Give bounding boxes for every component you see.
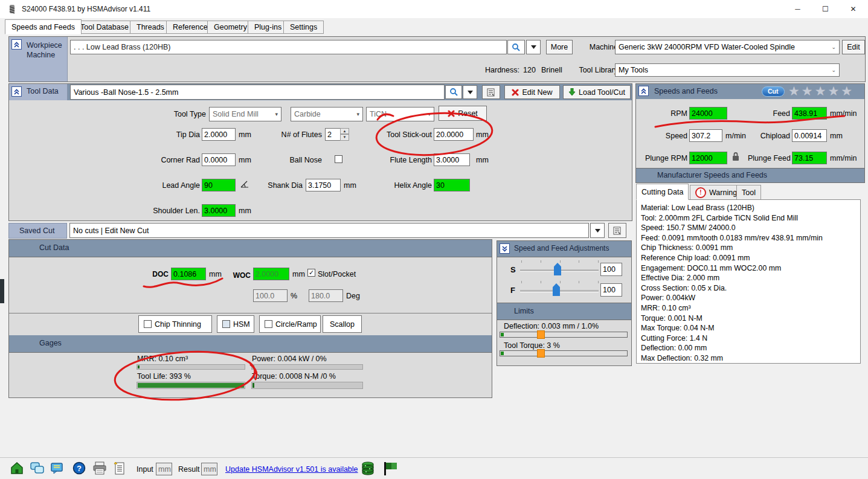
maximize-button[interactable]: ☐ [812, 0, 839, 18]
doc-input[interactable]: 0.1086 [171, 268, 206, 280]
arc-deg-input[interactable]: 180.0 [309, 289, 343, 302]
material-combo[interactable]: . . . Low Lead Brass (120HB) [70, 40, 507, 54]
flutes-spin-up[interactable]: ▲ [340, 128, 349, 134]
material-dropdown-button[interactable] [526, 40, 541, 54]
collapse-tool-data-button[interactable] [11, 86, 22, 97]
f-value-input[interactable]: 100 [600, 283, 622, 297]
home-icon[interactable] [10, 461, 24, 475]
tool-search-button[interactable] [445, 85, 462, 99]
cut-badge[interactable]: Cut [762, 86, 785, 97]
tab-settings[interactable]: Settings [283, 21, 324, 34]
hsm-checkbox[interactable] [222, 320, 230, 328]
star-icon[interactable]: ★ [802, 85, 813, 97]
lock-icon[interactable] [731, 152, 740, 161]
database-icon[interactable] [361, 461, 375, 476]
minimize-button[interactable]: ─ [784, 0, 811, 18]
tab-speeds-and-feeds[interactable]: Speeds and Feeds [5, 19, 82, 34]
collapse-workpiece-button[interactable] [11, 39, 22, 50]
collapse-adjustments-button[interactable] [500, 243, 510, 254]
saved-cut-dropdown-button[interactable] [590, 223, 605, 238]
collapse-speeds-button[interactable] [638, 86, 649, 96]
circle-ramp-button[interactable]: Circle/Ramp [259, 315, 321, 333]
woc-percent-input[interactable]: 100.0 [253, 289, 288, 302]
tool-torque-slider-track[interactable] [500, 350, 628, 356]
tab-tool-database[interactable]: Tool Database [74, 21, 135, 34]
tool-torque-slider-thumb[interactable] [537, 349, 545, 358]
material-search-button[interactable] [507, 40, 525, 54]
rpm-input[interactable]: 24000 [689, 107, 727, 120]
new-report-icon[interactable] [114, 461, 126, 475]
feedback-note-icon[interactable] [51, 461, 64, 475]
tool-material-combo[interactable]: Carbide▾ [291, 107, 363, 121]
close-button[interactable]: ✕ [840, 0, 867, 18]
flag-icon[interactable] [383, 461, 399, 476]
scallop-button[interactable]: Scallop [323, 315, 362, 333]
tab-threads[interactable]: Threads [130, 21, 171, 34]
corner-rad-input[interactable]: 0.0000 [202, 153, 236, 166]
deflection-slider-track[interactable] [500, 332, 628, 338]
tool-type-combo[interactable]: Solid End Mill▾ [209, 107, 281, 121]
machine-combo[interactable]: Generic 3kW 24000RPM VFD Water-Cooled Sp… [615, 40, 840, 54]
tool-dropdown-button[interactable] [463, 85, 477, 99]
print-icon[interactable] [93, 461, 106, 475]
tab-cutting-data[interactable]: Cutting Data [636, 184, 689, 200]
feed-input[interactable]: 438.91 [792, 107, 827, 120]
load-tool-cut-button[interactable]: Load Tool/Cut [563, 85, 631, 99]
tab-tool[interactable]: Tool [736, 185, 761, 200]
star-icon[interactable]: ★ [828, 85, 839, 97]
tab-plug-ins[interactable]: Plug-ins [248, 21, 288, 34]
ball-nose-checkbox[interactable] [335, 155, 342, 163]
f-slider-thumb[interactable] [553, 283, 560, 296]
limits-title: Limits [514, 307, 534, 315]
shoulder-len-input[interactable]: 3.0000 [202, 204, 236, 217]
collapsed-side-tab[interactable] [0, 279, 4, 303]
help-icon[interactable]: ? [72, 461, 86, 475]
result-unit-box[interactable]: mm [201, 463, 217, 475]
stickout-unit: mm [476, 130, 489, 139]
slot-pocket-checkbox[interactable]: ✓ [307, 269, 315, 277]
plunge-rpm-input[interactable]: 12000 [689, 152, 727, 164]
update-link[interactable]: Update HSMAdvisor v1.501 is available [225, 465, 358, 474]
flute-length-input[interactable]: 3.0000 [434, 153, 470, 166]
shank-dia-input[interactable]: 3.1750 [306, 179, 341, 191]
input-unit-box[interactable]: mm [156, 463, 172, 475]
edit-new-button[interactable]: Edit New [504, 85, 560, 99]
chat-icon[interactable] [30, 461, 45, 475]
tab-geometry[interactable]: Geometry [207, 21, 254, 34]
speed-input[interactable]: 307.2 [689, 129, 722, 142]
star-icon[interactable]: ★ [788, 85, 800, 97]
star-icon[interactable]: ★ [815, 85, 826, 97]
tip-dia-input[interactable]: 2.0000 [202, 128, 236, 141]
star-icon[interactable]: ★ [841, 85, 852, 97]
cut-data-title: Cut Data [39, 243, 69, 252]
lead-angle-input[interactable]: 90 [202, 179, 236, 191]
s-slider-thumb[interactable] [554, 263, 561, 275]
chevron-down-icon: ⌄ [831, 67, 836, 73]
woc-label: WOC [223, 271, 251, 280]
tool-library-combo[interactable]: My Tools⌄ [615, 63, 840, 77]
coating-combo[interactable]: TiCN▾ [366, 107, 434, 121]
chip-thinning-button[interactable]: Chip Thinning [138, 315, 212, 333]
chevron-down-icon [501, 245, 509, 252]
flutes-spin-down[interactable]: ▼ [340, 134, 349, 141]
circle-ramp-checkbox[interactable] [265, 320, 272, 328]
tool-combo[interactable]: Various -Ball Nose-1.5 - 2.5mm [70, 85, 445, 100]
stickout-input[interactable]: 20.0000 [434, 128, 474, 141]
tool-select-list-button[interactable] [482, 85, 500, 99]
woc-input[interactable]: 2.0000 [253, 268, 289, 280]
s-value-input[interactable]: 100 [600, 263, 622, 276]
helix-angle-input[interactable]: 30 [434, 179, 470, 191]
deflection-slider-thumb[interactable] [537, 330, 545, 339]
chipload-input[interactable]: 0.00914 [792, 129, 827, 142]
saved-cut-select-list-button[interactable] [608, 223, 626, 238]
chip-thinning-checkbox[interactable] [144, 320, 152, 328]
edit-machine-button[interactable]: Edit [842, 40, 865, 54]
more-button[interactable]: More [546, 40, 573, 54]
saved-cut-combo[interactable]: No cuts | Edit New Cut [69, 223, 589, 238]
flutes-input[interactable]: 2 [325, 128, 341, 141]
hsm-button[interactable]: HSM [217, 315, 254, 333]
plunge-feed-input[interactable]: 73.15 [792, 152, 827, 164]
reset-button[interactable]: Reset [439, 106, 487, 121]
cutting-data-line: Deflection: 0.00 mm [641, 343, 860, 353]
saved-cut-label: Saved Cut [19, 227, 54, 235]
